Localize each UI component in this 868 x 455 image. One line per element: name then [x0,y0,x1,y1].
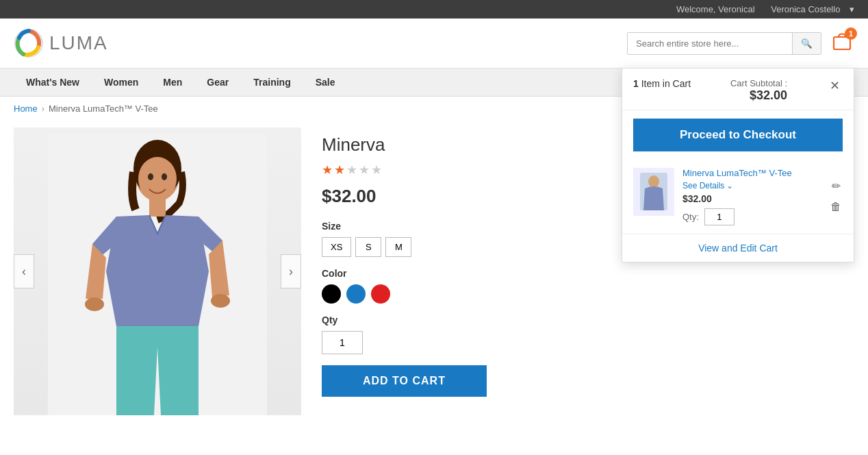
color-blue[interactable] [346,284,366,304]
svg-rect-10 [149,199,166,217]
cart-item-actions: ✏ 🗑 [829,168,843,225]
user-name-label: Veronica Costello [771,4,840,14]
svg-point-8 [148,173,153,180]
view-edit-cart-link[interactable]: View and Edit Cart [622,234,854,262]
star-3: ★ [346,162,357,177]
nav-item-whats-new[interactable]: What's New [14,69,92,96]
add-to-cart-button[interactable]: Add to Cart [322,365,487,397]
product-details: Minerva ★ ★ ★ ★ ★ $32.00 Size XS S M Col… [322,127,602,415]
star-4: ★ [359,162,370,177]
breadcrumb-separator: › [42,103,44,114]
cart-item-name[interactable]: Minerva LumaTech™ V-Tee [682,168,821,178]
size-xs[interactable]: XS [322,237,351,257]
color-red[interactable] [371,284,390,304]
cart-item-thumbnail [637,169,671,214]
see-details-label: See Details [682,181,724,190]
cart-item-name-text: Minerva LumaTech™ V-Tee [682,168,792,178]
cart-icon-wrapper[interactable]: 1 [830,30,854,57]
prev-image-button[interactable]: ‹ [14,254,34,288]
cart-dropdown-header: 1 Item in Cart Cart Subtotal : $32.00 ✕ [622,69,854,110]
edit-icon: ✏ [832,180,841,192]
cart-count-number: 1 [633,78,639,89]
svg-point-3 [648,175,659,188]
nav-item-gear[interactable]: Gear [194,69,241,96]
breadcrumb-home[interactable]: Home [14,103,38,114]
product-image-svg [48,134,267,415]
cart-qty-label: Qty: [682,212,699,222]
cart-item-delete-button[interactable]: 🗑 [829,199,843,214]
cart-item-details: Minerva LumaTech™ V-Tee See Details ⌄ $3… [682,168,821,225]
search-bar: 🔍 [627,32,821,55]
header-right: 🔍 1 1 Item in Cart Cart Subtotal : $32.0… [627,30,854,57]
cart-item: Minerva LumaTech™ V-Tee See Details ⌄ $3… [622,160,854,234]
cart-count-label: Item in Cart [641,78,691,89]
svg-point-18 [211,294,230,308]
star-5: ★ [371,162,382,177]
color-label: Color [322,268,602,279]
user-menu[interactable]: Veronica Costello ▾ [764,4,854,14]
cart-item-price: $32.00 [682,193,821,204]
product-canvas [14,127,301,415]
product-image-area: ‹ › [14,127,301,415]
color-options [322,284,602,304]
see-details-toggle[interactable]: See Details ⌄ [682,181,821,190]
product-title: Minerva [322,134,602,156]
svg-point-7 [138,157,177,201]
logo-text: LUMA [49,32,108,54]
top-bar: Welcome, Veronical Veronica Costello ▾ [0,0,868,19]
nav-item-training[interactable]: Training [241,69,303,96]
cart-subtotal-area: Cart Subtotal : $32.00 [730,78,787,103]
svg-point-9 [162,173,167,180]
product-image [14,127,301,415]
search-button[interactable]: 🔍 [792,33,821,54]
cart-subtotal-amount: $32.00 [730,88,787,103]
size-options: XS S M [322,237,602,257]
header: LUMA 🔍 1 1 Item in Cart Cart [0,19,868,69]
welcome-text: Welcome, Veronical [676,4,755,14]
star-1: ★ [322,162,333,177]
product-price: $32.00 [322,186,602,207]
cart-item-image [633,168,674,216]
logo-icon [14,28,44,58]
star-2: ★ [334,162,345,177]
cart-item-edit-button[interactable]: ✏ [830,178,842,194]
nav-item-women[interactable]: Women [92,69,151,96]
cart-badge: 1 [845,27,857,40]
breadcrumb-current: Minerva LumaTech™ V-Tee [49,103,158,114]
proceed-to-checkout-button[interactable]: Proceed to Checkout [633,119,843,151]
color-black[interactable] [322,284,341,304]
cart-item-qty-row: Qty: [682,208,821,225]
size-s[interactable]: S [355,237,381,257]
search-icon: 🔍 [801,38,813,49]
qty-input[interactable] [322,331,363,354]
product-rating: ★ ★ ★ ★ ★ [322,162,602,177]
main-content: ‹ › Minerva ★ ★ ★ ★ ★ $32.00 Size XS S M… [0,121,616,422]
svg-point-17 [85,297,104,311]
cart-qty-input[interactable] [704,208,735,225]
cart-item-count: 1 Item in Cart [633,78,691,89]
trash-icon: 🗑 [830,201,841,212]
nav-item-sale[interactable]: Sale [303,69,348,96]
see-details-chevron-icon: ⌄ [726,181,733,190]
next-image-button[interactable]: › [281,254,301,288]
cart-close-button[interactable]: ✕ [827,78,843,93]
size-m[interactable]: M [385,237,411,257]
logo[interactable]: LUMA [14,28,108,58]
qty-label: Qty [322,315,602,325]
search-input[interactable] [628,33,792,54]
nav-item-men[interactable]: Men [151,69,194,96]
cart-dropdown: 1 Item in Cart Cart Subtotal : $32.00 ✕ … [622,68,854,262]
user-dropdown-icon: ▾ [850,4,854,14]
cart-subtotal-label: Cart Subtotal : [730,78,787,88]
size-label: Size [322,221,602,232]
